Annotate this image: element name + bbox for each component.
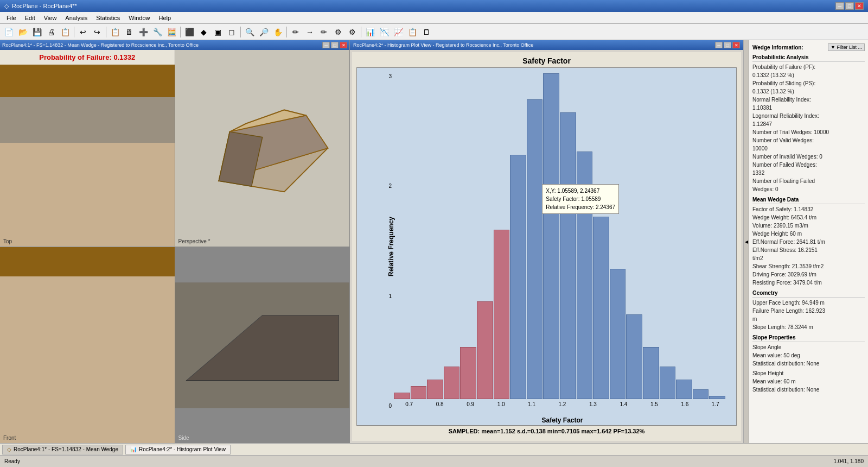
top-view-cell: Probability of Failure: 0.1332 Top (0, 50, 175, 247)
tb-chart-pie[interactable]: 📋 (406, 26, 419, 39)
x-tick-13: 1.3 (589, 401, 597, 407)
tb-shape1[interactable]: ⬛ (183, 26, 196, 39)
y-tick-1: 1 (388, 293, 392, 299)
x-tick-11: 1.1 (528, 401, 535, 407)
tb-shape3[interactable]: ▣ (211, 26, 224, 39)
left-panel-close[interactable]: ✕ (340, 42, 347, 48)
prop-normal-force: Eff.Normal Force: 2641.81 t/m (752, 238, 865, 246)
tb-pencil[interactable]: ✏ (317, 26, 330, 39)
tb-chart-scatter[interactable]: 📈 (392, 26, 405, 39)
hist-maximize[interactable]: □ (724, 42, 731, 48)
prop-failed-value: 1332 (752, 169, 865, 177)
tb-pan[interactable]: ✋ (271, 26, 284, 39)
layer-brown-top (0, 65, 175, 97)
tb-zoom-out[interactable]: 🔎 (257, 26, 270, 39)
prop-driving: Driving Force: 3029.69 t/m (752, 271, 865, 279)
tb-arrow[interactable]: → (303, 26, 316, 39)
prop-height: Wedge Height: 60 m (752, 230, 865, 238)
x-tick-16: 1.6 (681, 401, 688, 407)
main-area: RocPlane4:1* - FS=1.14832 - Mean Wedge -… (0, 40, 868, 443)
menu-help[interactable]: Help (154, 14, 175, 22)
maximize-button[interactable]: □ (845, 2, 854, 10)
section-mean-wedge: Mean Wedge Data (752, 197, 865, 204)
status-coords: 1.041, 1.180 (833, 458, 864, 464)
menu-statistics[interactable]: Statistics (92, 14, 124, 22)
properties-panel: Wedge Information: ▼ Filter List ... Pro… (749, 40, 868, 443)
prop-lri-label: Lognormal Reliability Index: (752, 112, 865, 120)
histogram-content: Safety Factor Relative Frequency 3 2 1 0 (352, 52, 741, 441)
chart-main: X,Y: 1.05589, 2.24367 Safety Factor: 1.0… (394, 68, 736, 425)
tb-display[interactable]: 🖥 (123, 26, 136, 39)
taskbar-item-1[interactable]: ◇ RocPlane4:1* - FS=1.14832 - Mean Wedge (2, 445, 123, 455)
bars-area: X,Y: 1.05589, 2.24367 Safety Factor: 1.0… (394, 68, 731, 399)
histogram-bar (527, 99, 543, 399)
perspective-view-label: Perspective * (178, 238, 210, 244)
tb-chart-line[interactable]: 📉 (378, 26, 391, 39)
tb-undo[interactable]: ↩ (76, 26, 90, 39)
tb-print[interactable]: 🖨 (44, 26, 58, 39)
tb-copy[interactable]: 📋 (59, 26, 72, 39)
tb-open[interactable]: 📂 (16, 26, 29, 39)
tb-tools[interactable]: 🔧 (151, 26, 164, 39)
histogram-title: RocPlane4:2* - Histogram Plot View - Reg… (353, 42, 533, 48)
tb-zoom-in[interactable]: 🔍 (243, 26, 256, 39)
side-view-cell: Side (175, 247, 350, 444)
views-grid: Probability of Failure: 0.1332 Top (0, 50, 349, 443)
hist-minimize[interactable]: ─ (715, 42, 723, 48)
prop-valid-label: Number of Valid Wedges: (752, 137, 865, 144)
toolbar-sep-6 (361, 27, 361, 37)
menu-view[interactable]: View (40, 14, 61, 22)
prop-slope-angle-dist: Statistical distribution: None (752, 360, 865, 368)
histogram-bar (643, 347, 659, 399)
left-panel-title-bar: RocPlane4:1* - FS=1.14832 - Mean Wedge -… (0, 40, 349, 50)
left-panel: RocPlane4:1* - FS=1.14832 - Mean Wedge -… (0, 40, 350, 443)
tb-shape2[interactable]: ◆ (197, 26, 210, 39)
minimize-button[interactable]: ─ (835, 2, 844, 10)
prop-upper-face: Upper Face Length: 94.949 m (752, 299, 865, 307)
side-view-label: Side (178, 435, 189, 441)
menu-analysis[interactable]: Analysis (61, 14, 92, 22)
tb-copy2[interactable]: 📋 (108, 26, 122, 39)
collapse-handle[interactable]: ◀ (743, 40, 749, 443)
tb-add[interactable]: ➕ (137, 26, 150, 39)
toolbar-sep-5 (286, 27, 287, 37)
close-button[interactable]: ✕ (855, 2, 864, 10)
histogram-bar (626, 314, 642, 399)
x-tick-07: 0.7 (405, 401, 413, 407)
histogram-bar (411, 386, 427, 399)
taskbar-item-2[interactable]: 📊 RocPlane4:2* - Histogram Plot View (125, 445, 231, 455)
chart-title: Safety Factor (356, 56, 737, 65)
histogram-tooltip: X,Y: 1.05589, 2.24367 Safety Factor: 1.0… (542, 184, 619, 214)
menu-edit[interactable]: Edit (21, 14, 40, 22)
left-panel-minimize[interactable]: ─ (322, 42, 330, 48)
section-geometry: Geometry (752, 290, 865, 298)
tb-chart-bar[interactable]: 📊 (363, 26, 376, 39)
tb-redo[interactable]: ↪ (91, 26, 104, 39)
tb-save[interactable]: 💾 (30, 26, 43, 39)
tb-settings[interactable]: ⚙ (331, 26, 344, 39)
prop-volume: Volume: 2390.15 m3/m (752, 222, 865, 230)
hist-close[interactable]: ✕ (732, 42, 740, 48)
prop-valid-value: 10000 (752, 145, 865, 153)
prop-shear: Shear Strength: 21.3539 t/m2 (752, 263, 865, 270)
tb-calc[interactable]: 🧮 (165, 26, 178, 39)
tb-draw[interactable]: ✏ (289, 26, 302, 39)
tb-shape4[interactable]: ◻ (225, 26, 238, 39)
prop-stress-unit: t/m2 (752, 255, 865, 262)
prop-floating-label: Number of Floating Failed (752, 178, 865, 185)
histogram-bar (660, 367, 676, 399)
tb-settings2[interactable]: ⚙ (346, 26, 359, 39)
prop-floating-value: Wedges: 0 (752, 186, 865, 193)
menu-window[interactable]: Window (124, 14, 154, 22)
prob-failure-display: Probability of Failure: 0.1332 (0, 50, 175, 65)
tooltip-xy: X,Y: 1.05589, 2.24367 (546, 187, 615, 195)
left-panel-maximize[interactable]: □ (331, 42, 339, 48)
filter-button[interactable]: ▼ Filter List ... (828, 43, 865, 51)
tb-export[interactable]: 🗒 (420, 26, 433, 39)
tb-new[interactable]: 📄 (2, 26, 15, 39)
tooltip-rf: Relative Frequency: 2.24367 (546, 203, 615, 211)
section-slope-properties: Slope Properties (752, 335, 865, 342)
menu-file[interactable]: File (2, 14, 21, 22)
y-tick-2: 2 (388, 183, 392, 189)
props-header: Wedge Information: ▼ Filter List ... (752, 43, 865, 51)
